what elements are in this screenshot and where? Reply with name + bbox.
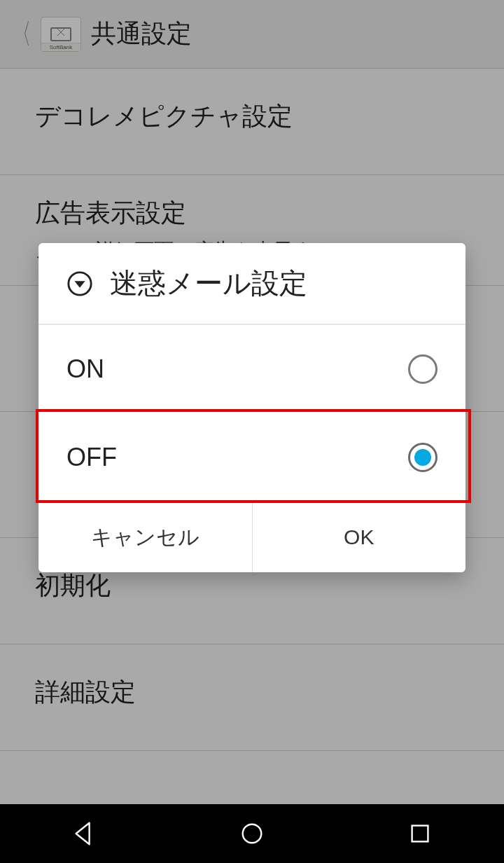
back-icon[interactable]: 〈 — [14, 15, 31, 53]
dropdown-circle-icon — [66, 270, 93, 297]
settings-item-advanced[interactable]: 詳細設定 — [0, 644, 504, 751]
option-label: ON — [66, 354, 104, 384]
dialog-options: ON OFF — [38, 325, 465, 502]
app-brand-label: SoftBank — [41, 43, 80, 51]
radio-on-icon[interactable] — [408, 443, 438, 472]
dialog-actions: キャンセル OK — [38, 502, 465, 572]
dialog-title-text: 迷惑メール設定 — [110, 264, 307, 303]
spam-setting-dialog: 迷惑メール設定 ON OFF キャンセル OK — [38, 243, 465, 572]
app-icon: SoftBank — [41, 17, 81, 52]
nav-back-button[interactable] — [42, 813, 126, 855]
app-header: 〈 SoftBank 共通設定 — [0, 0, 504, 69]
svg-point-2 — [243, 824, 262, 843]
android-navbar — [0, 804, 504, 863]
settings-item-title: 詳細設定 — [35, 675, 476, 710]
ok-button[interactable]: OK — [252, 502, 466, 572]
option-off[interactable]: OFF — [38, 413, 465, 502]
settings-item-decome[interactable]: デコレメピクチャ設定 — [0, 69, 504, 175]
svg-rect-3 — [412, 826, 428, 842]
settings-item-title: 広告表示設定 — [35, 196, 476, 230]
cancel-button[interactable]: キャンセル — [38, 502, 252, 572]
settings-item-title: デコレメピクチャ設定 — [35, 99, 476, 134]
screen: 〈 SoftBank 共通設定 デコレメピクチャ設定 広告表示設定 メール詳細画… — [0, 0, 504, 863]
page-title: 共通設定 — [91, 17, 192, 51]
settings-item-title: 初期化 — [35, 569, 476, 603]
nav-home-button[interactable] — [210, 813, 294, 855]
nav-recent-button[interactable] — [378, 813, 462, 855]
option-on[interactable]: ON — [38, 325, 465, 413]
radio-off-icon[interactable] — [408, 354, 438, 384]
svg-marker-1 — [74, 281, 85, 288]
option-label: OFF — [66, 443, 117, 472]
dialog-header: 迷惑メール設定 — [38, 243, 465, 325]
